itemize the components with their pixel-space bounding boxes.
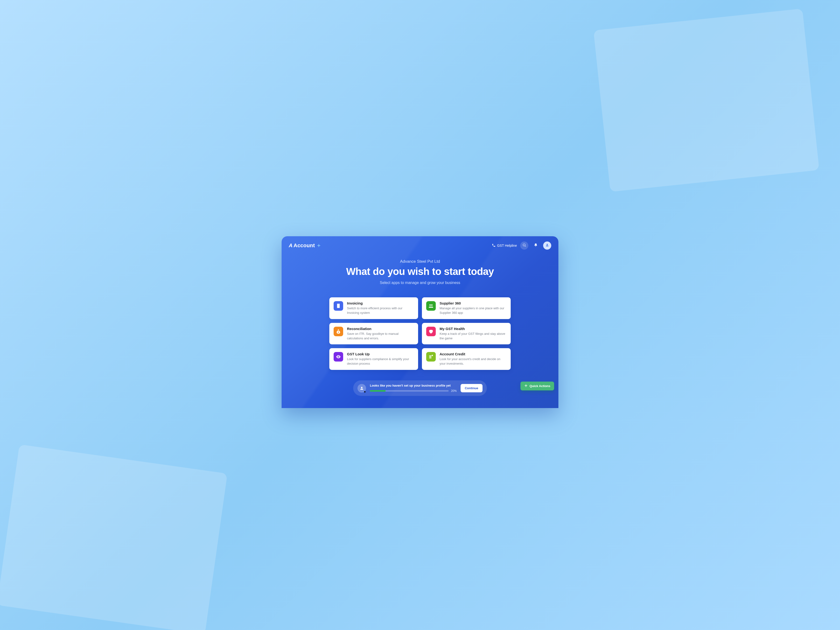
header-actions: GST Helpline bbox=[492, 242, 551, 249]
app-card-desc: Keep a track of your GST filings and sta… bbox=[440, 332, 506, 341]
profile-placeholder-icon bbox=[357, 384, 366, 393]
app-card-desc: Look for suppliers compliance & simplify… bbox=[347, 357, 414, 366]
gst-helpline-link[interactable]: GST Helpline bbox=[492, 243, 517, 248]
eye-icon bbox=[334, 352, 343, 362]
phone-icon bbox=[492, 243, 496, 248]
people-icon bbox=[426, 301, 436, 311]
app-card-title: Reconciliation bbox=[347, 327, 414, 331]
app-card-credit[interactable]: Account Credit Look for your account's c… bbox=[422, 348, 511, 370]
receipt-icon bbox=[334, 301, 343, 311]
search-icon bbox=[523, 243, 526, 248]
profile-button[interactable] bbox=[543, 242, 551, 249]
profile-progress-bar bbox=[370, 390, 448, 392]
app-card-gstlookup[interactable]: GST Look Up Look for suppliers complianc… bbox=[329, 348, 418, 370]
cursor-icon bbox=[364, 390, 366, 393]
quick-actions-label: Quick Actions bbox=[529, 384, 550, 388]
brand-logo[interactable]: AAccount bbox=[289, 242, 321, 249]
app-card-gsthealth[interactable]: My GST Health Keep a track of your GST f… bbox=[422, 323, 511, 344]
company-name: Advance Steel Pvt Ltd bbox=[282, 259, 558, 264]
app-card-desc: Manage all your suppliers in one place w… bbox=[440, 306, 506, 315]
user-icon bbox=[545, 243, 549, 248]
banner-message: Looks like you haven't set up your busin… bbox=[370, 384, 457, 387]
money-bag-icon bbox=[334, 327, 343, 336]
profile-setup-banner: Looks like you haven't set up your busin… bbox=[353, 381, 487, 396]
app-card-desc: Switch to more efficient process with ou… bbox=[347, 306, 414, 315]
app-window: AAccount GST Helpline bbox=[282, 236, 558, 408]
app-cards-grid: Invoicing Switch to more efficient proce… bbox=[329, 297, 511, 370]
coins-icon bbox=[426, 352, 436, 362]
quick-actions-button[interactable]: Quick Actions bbox=[521, 382, 554, 390]
continue-button[interactable]: Continue bbox=[461, 384, 483, 392]
brand-mark: A bbox=[289, 242, 292, 249]
plus-icon bbox=[524, 384, 527, 388]
app-card-title: Account Credit bbox=[440, 352, 506, 356]
plus-icon bbox=[317, 244, 321, 248]
profile-progress-fill bbox=[370, 390, 386, 392]
app-card-reconciliation[interactable]: Reconciliation Save on ITR. Say goodbye … bbox=[329, 323, 418, 344]
helpline-label: GST Helpline bbox=[497, 244, 517, 248]
bell-icon bbox=[534, 243, 538, 248]
app-header: AAccount GST Helpline bbox=[282, 236, 558, 255]
search-button[interactable] bbox=[520, 242, 528, 249]
profile-progress-label: 20% bbox=[451, 389, 457, 393]
app-card-desc: Look for your account's credit and decid… bbox=[440, 357, 506, 366]
page-title: What do you wish to start today bbox=[282, 266, 558, 277]
heart-pulse-icon bbox=[426, 327, 436, 336]
app-card-invoicing[interactable]: Invoicing Switch to more efficient proce… bbox=[329, 297, 418, 319]
notifications-button[interactable] bbox=[532, 242, 540, 249]
app-card-supplier360[interactable]: Supplier 360 Manage all your suppliers i… bbox=[422, 297, 511, 319]
hero: Advance Steel Pvt Ltd What do you wish t… bbox=[282, 259, 558, 285]
app-card-title: My GST Health bbox=[440, 327, 506, 331]
app-card-desc: Save on ITR. Say goodbye to manual calcu… bbox=[347, 332, 414, 341]
app-card-title: Invoicing bbox=[347, 301, 414, 305]
app-card-title: Supplier 360 bbox=[440, 301, 506, 305]
svg-point-0 bbox=[523, 244, 525, 246]
page-subtitle: Select apps to manage and grow your busi… bbox=[282, 281, 558, 285]
brand-name: Account bbox=[294, 242, 315, 249]
app-card-title: GST Look Up bbox=[347, 352, 414, 356]
